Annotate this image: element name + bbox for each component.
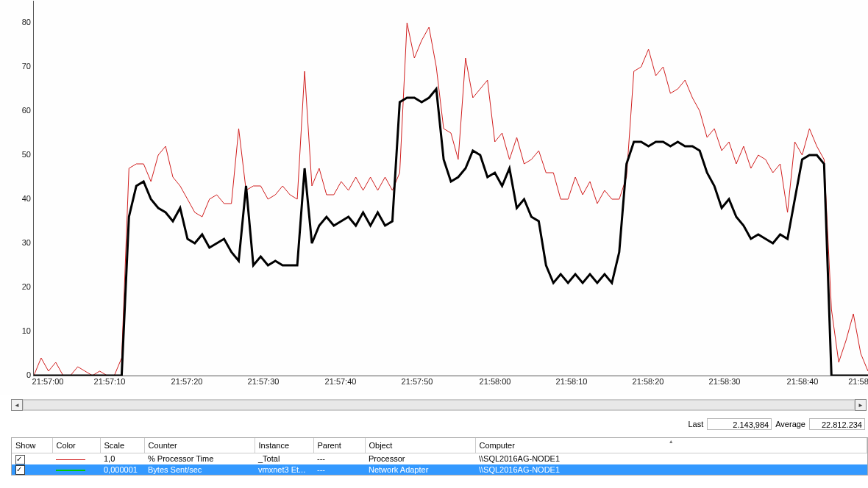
x-tick: 21:58:10 — [556, 377, 588, 386]
cell: Processor — [365, 453, 475, 464]
y-tick: 70 — [1, 62, 31, 71]
y-tick: 20 — [1, 282, 31, 291]
cell: % Processor Time — [144, 453, 255, 464]
col-instance[interactable]: Instance — [255, 438, 313, 453]
x-tick: 21:58 — [848, 377, 868, 386]
y-tick: 40 — [1, 194, 31, 203]
last-value: 2.143,984 — [707, 418, 772, 430]
y-tick: 0 — [1, 370, 31, 379]
x-tick: 21:58:20 — [633, 377, 664, 386]
col-scale[interactable]: Scale — [100, 438, 144, 453]
y-tick: 80 — [1, 18, 31, 26]
table-row[interactable]: 0,000001Bytes Sent/secvmxnet3 Et...---Ne… — [12, 464, 867, 476]
counter-table[interactable]: Show Color Scale Counter Instance Parent… — [12, 438, 867, 475]
series-line — [34, 89, 868, 376]
cell: --- — [313, 453, 365, 464]
average-value: 22.812.234 — [809, 418, 865, 430]
cell: Bytes Sent/sec — [144, 464, 255, 476]
x-tick: 21:57:20 — [171, 377, 203, 386]
col-computer[interactable]: ▲Computer — [475, 438, 867, 453]
chart-canvas — [34, 1, 868, 376]
stats-bar: Last 2.143,984 Average 22.812.234 — [0, 417, 867, 431]
cell: _Total — [255, 453, 313, 464]
cell: Network Adapter — [365, 464, 475, 476]
series-line — [34, 23, 868, 376]
x-tick: 21:58:40 — [787, 377, 819, 386]
x-tick: 21:57:30 — [248, 377, 280, 386]
x-tick: 21:57:10 — [94, 377, 126, 386]
cell: \\SQL2016AG-NODE1 — [475, 464, 867, 476]
counter-list[interactable]: Show Color Scale Counter Instance Parent… — [11, 437, 868, 476]
average-label: Average — [775, 420, 805, 428]
col-object[interactable]: Object — [365, 438, 475, 453]
x-tick: 21:57:40 — [325, 377, 357, 386]
cell: \\SQL2016AG-NODE1 — [475, 453, 867, 464]
scroll-track[interactable] — [23, 399, 855, 411]
show-checkbox[interactable] — [15, 455, 25, 464]
cell — [52, 464, 100, 476]
x-tick: 21:58:00 — [480, 377, 511, 386]
cell: vmxnet3 Et... — [255, 464, 313, 476]
cell — [12, 464, 52, 476]
scroll-right-button[interactable]: ► — [855, 399, 867, 411]
cell: 1,0 — [100, 453, 144, 464]
perfmon-chart: 01020304050607080 21:57:0021:57:1021:57:… — [0, 0, 868, 395]
col-counter[interactable]: Counter — [144, 438, 255, 453]
scroll-thumb[interactable] — [23, 400, 855, 410]
cell: 0,000001 — [100, 464, 144, 476]
y-axis: 01020304050607080 — [1, 1, 33, 376]
y-tick: 50 — [1, 150, 31, 159]
col-show[interactable]: Show — [12, 438, 52, 453]
y-tick: 30 — [1, 238, 31, 247]
y-tick: 60 — [1, 106, 31, 115]
table-header-row: Show Color Scale Counter Instance Parent… — [12, 438, 867, 453]
horizontal-scrollbar[interactable]: ◄ ► — [11, 399, 867, 411]
counter-color-swatch — [56, 470, 85, 471]
cell — [12, 453, 52, 464]
cell: --- — [313, 464, 365, 476]
x-tick: 21:57:50 — [402, 377, 433, 386]
x-axis: 21:57:0021:57:1021:57:2021:57:3021:57:40… — [33, 376, 867, 394]
col-color[interactable]: Color — [52, 438, 100, 453]
last-label: Last — [688, 420, 703, 428]
x-tick: 21:57:00 — [32, 377, 64, 386]
x-tick: 21:58:30 — [709, 377, 741, 386]
y-tick: 10 — [1, 326, 31, 335]
sort-asc-icon: ▲ — [669, 439, 674, 444]
plot-area[interactable] — [33, 1, 868, 376]
cell — [52, 453, 100, 464]
col-parent[interactable]: Parent — [313, 438, 365, 453]
show-checkbox[interactable] — [15, 465, 25, 475]
scroll-left-button[interactable]: ◄ — [11, 399, 23, 411]
counter-color-swatch — [56, 459, 85, 460]
table-row[interactable]: 1,0% Processor Time_Total---Processor\\S… — [12, 453, 867, 464]
